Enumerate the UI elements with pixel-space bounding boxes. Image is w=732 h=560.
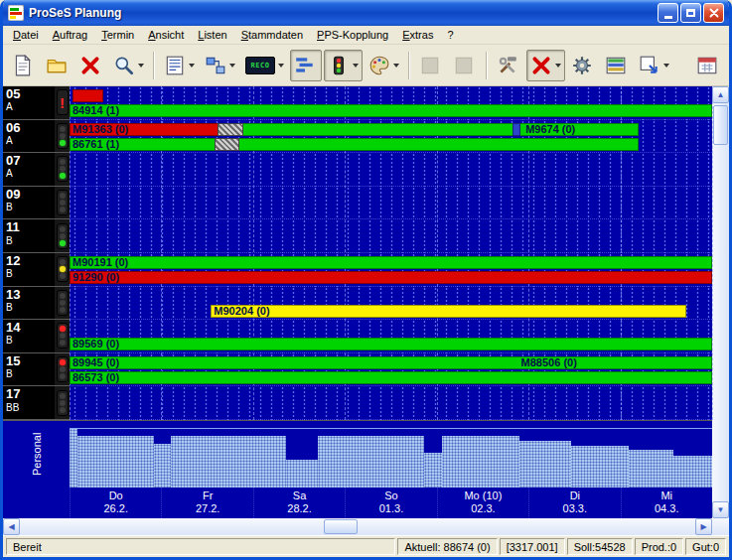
row-label[interactable]: 15B	[3, 353, 55, 387]
row-plot-area[interactable]: 84914 (1)	[70, 86, 712, 120]
row-plot-area[interactable]: M91363 (0)M9674 (0)86761 (1)	[70, 120, 712, 154]
gantt-bar[interactable]	[73, 89, 103, 102]
scroll-right-button[interactable]: ▶	[695, 518, 712, 535]
traffic-light-icon[interactable]	[57, 290, 69, 316]
axis-day-date: 26.2.	[71, 502, 161, 515]
axis-day-name: Do	[71, 490, 161, 502]
title-bar[interactable]: ProSeS Planung	[3, 0, 729, 26]
row-plot-area[interactable]	[70, 187, 712, 220]
row-plot-area[interactable]	[70, 219, 712, 253]
traffic-light-icon[interactable]	[57, 223, 69, 249]
reco-button[interactable]: RECO	[241, 50, 288, 81]
light-dot	[60, 307, 66, 313]
row-label[interactable]: 17BB	[3, 386, 55, 420]
menu-item-ansicht[interactable]: Ansicht	[141, 27, 191, 43]
traffic-light-icon[interactable]: !	[57, 89, 69, 115]
gantt-bar[interactable]	[70, 256, 712, 269]
gantt-bar[interactable]	[70, 104, 712, 117]
menu-item-datei[interactable]: Datei	[6, 27, 46, 43]
personal-load-bar	[519, 441, 571, 488]
traffic-light-icon[interactable]	[57, 356, 69, 382]
axis-day-date: 03.3.	[529, 502, 620, 515]
menu-item-stammdaten[interactable]: Stammdaten	[234, 27, 310, 43]
bar-label: M90204 (0)	[211, 305, 269, 318]
traffic-light-button[interactable]	[324, 50, 363, 81]
row-label[interactable]: 09B	[3, 187, 55, 220]
gantt-view-button[interactable]	[290, 50, 322, 81]
gantt-bar[interactable]	[70, 338, 712, 350]
close-button[interactable]	[703, 3, 724, 23]
row-plot-area[interactable]: 89569 (0)	[70, 320, 712, 353]
delete-button[interactable]	[75, 50, 107, 81]
gantt-bar[interactable]	[218, 123, 243, 136]
menu-item-extras[interactable]: Extras	[395, 27, 440, 43]
traffic-light-icon[interactable]	[57, 390, 69, 416]
toolbar-separator	[486, 52, 488, 79]
row-plot-area[interactable]: M90191 (0)91290 (0)	[70, 253, 712, 287]
menu-item-listen[interactable]: Listen	[191, 27, 233, 43]
link-view-button[interactable]	[201, 50, 239, 81]
row-plot-area[interactable]	[70, 386, 712, 420]
light-dot	[60, 259, 66, 265]
traffic-light-icon[interactable]	[57, 156, 69, 182]
color-table-button[interactable]	[601, 50, 633, 81]
row-label[interactable]: 05A	[3, 86, 55, 120]
zoom-button[interactable]	[109, 50, 148, 81]
menu-item-pps-kopplung[interactable]: PPS-Kopplung	[310, 27, 395, 43]
row-label[interactable]: 14B	[3, 320, 55, 353]
palette-button[interactable]	[365, 50, 403, 81]
traffic-light-icon[interactable]	[57, 190, 69, 215]
light-dot	[60, 173, 66, 179]
delete-filter-button[interactable]	[526, 50, 565, 81]
row-plot-area[interactable]: 89945 (0)M88506 (0)86573 (0)	[70, 353, 712, 387]
scroll-up-button[interactable]: ▲	[712, 86, 729, 103]
disabled-1-button[interactable]	[415, 50, 447, 81]
row-label[interactable]: 13B	[3, 287, 55, 321]
horizontal-scroll-track[interactable]	[20, 518, 695, 535]
export-button[interactable]	[635, 50, 673, 81]
row-light-cell	[55, 187, 70, 220]
disabled-2-button[interactable]	[449, 50, 481, 81]
row-label[interactable]: 07A	[3, 153, 55, 187]
calendar-button[interactable]	[692, 50, 724, 81]
vertical-scroll-thumb[interactable]	[713, 105, 728, 145]
menu-item-hilfe[interactable]: ?	[440, 27, 460, 43]
horizontal-scroll-thumb[interactable]	[324, 519, 358, 534]
open-button[interactable]	[42, 50, 73, 81]
new-document-button[interactable]	[8, 50, 40, 81]
scroll-down-button[interactable]: ▼	[712, 501, 729, 518]
traffic-light-icon[interactable]	[57, 256, 69, 282]
row-group: B	[6, 235, 52, 246]
row-label[interactable]: 11B	[3, 219, 55, 253]
gantt-bar[interactable]	[215, 138, 240, 151]
minimize-button[interactable]	[658, 3, 678, 23]
row-plot-area[interactable]	[70, 153, 712, 187]
horizontal-scrollbar[interactable]: ◀ ▶	[3, 518, 729, 535]
traffic-light-icon[interactable]	[57, 323, 69, 349]
blocks-icon	[205, 55, 226, 76]
vertical-scroll-track[interactable]	[712, 103, 729, 501]
app-icon	[8, 5, 24, 21]
scroll-left-button[interactable]: ◀	[3, 518, 20, 535]
settings-button[interactable]	[567, 50, 599, 81]
gantt-bar[interactable]	[211, 305, 686, 318]
gantt-row-14: 14B89569 (0)	[3, 320, 712, 353]
maximize-button[interactable]	[680, 3, 701, 23]
vertical-scrollbar[interactable]: ▲ ▼	[712, 86, 729, 518]
gantt-bar[interactable]	[70, 356, 712, 369]
row-plot-area[interactable]: M90204 (0)	[70, 287, 712, 321]
status-aktuell: Aktuell: 88674 (0)	[397, 538, 497, 555]
gantt-bar[interactable]	[236, 123, 638, 136]
traffic-light-icon[interactable]	[57, 123, 69, 149]
gantt-bar[interactable]	[70, 138, 639, 151]
row-label[interactable]: 12B	[3, 253, 55, 287]
gantt-bar[interactable]	[512, 123, 519, 136]
report-button[interactable]	[160, 50, 199, 81]
menu-item-auftrag[interactable]: Auftrag	[46, 27, 94, 43]
tools-button[interactable]	[493, 50, 524, 81]
gantt-bar[interactable]	[70, 271, 712, 284]
row-light-cell	[55, 320, 70, 353]
gantt-bar[interactable]	[70, 371, 712, 384]
menu-item-termin[interactable]: Termin	[94, 27, 141, 43]
row-label[interactable]: 06A	[3, 120, 55, 154]
